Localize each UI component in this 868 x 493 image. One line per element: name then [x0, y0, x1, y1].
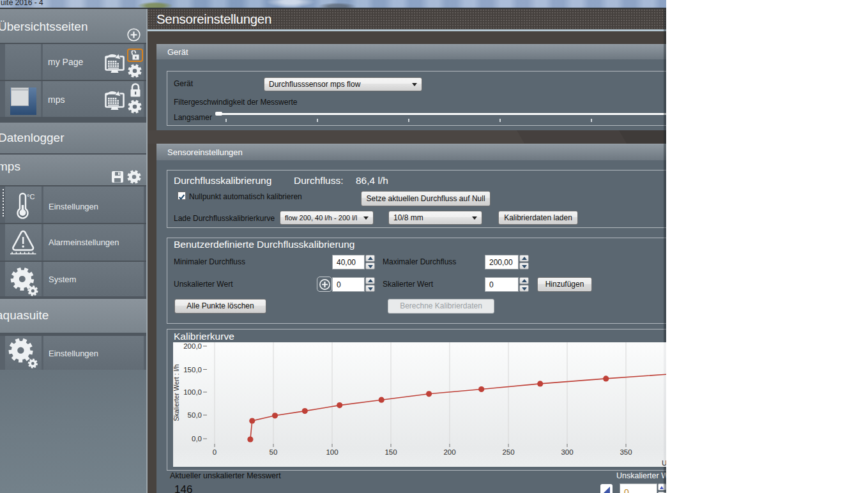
- svg-text:50,0: 50,0: [188, 411, 202, 419]
- svg-text:0: 0: [213, 448, 217, 456]
- svg-text:200,0: 200,0: [183, 342, 202, 350]
- svg-text:200: 200: [443, 448, 455, 456]
- svg-text:°C: °C: [27, 193, 34, 201]
- svg-text:300: 300: [561, 448, 573, 456]
- svg-text:250: 250: [502, 448, 514, 456]
- svg-text:350: 350: [620, 448, 632, 456]
- svg-text:100,0: 100,0: [183, 388, 202, 396]
- svg-text:Skalierter Wert : l/h: Skalierter Wert : l/h: [173, 364, 180, 421]
- svg-text:150,0: 150,0: [183, 366, 202, 374]
- svg-text:0,0: 0,0: [192, 435, 202, 443]
- svg-text:50: 50: [270, 448, 278, 456]
- svg-text:150: 150: [385, 448, 397, 456]
- svg-text:100: 100: [326, 448, 338, 456]
